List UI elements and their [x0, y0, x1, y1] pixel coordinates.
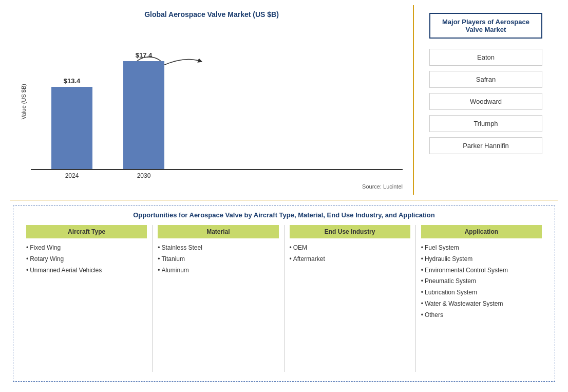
item-unmanned-aerial: •Unmanned Aerial Vehicles: [26, 266, 147, 275]
column-header-end-use: End Use Industry: [290, 225, 410, 238]
item-titanium: •Titanium: [158, 255, 278, 264]
y-axis-label: Value (US $B): [21, 84, 27, 120]
player-parker: Parker Hannifin: [429, 137, 542, 154]
top-section: Global Aerospace Valve Market (US $B) Va…: [10, 5, 558, 200]
chart-title: Global Aerospace Valve Market (US $B): [144, 10, 279, 18]
bottom-section: Opportunities for Aerospace Valve by Air…: [10, 200, 558, 387]
item-hydraulic-system: •Hydraulic System: [421, 255, 542, 264]
player-woodward: Woodward: [429, 93, 542, 110]
item-oem: •OEM: [290, 244, 410, 252]
bar-group-2030: $17.4: [123, 51, 164, 169]
chart-area: Global Aerospace Valve Market (US $B) Va…: [10, 5, 414, 195]
bar-group-2024: $13.4: [51, 77, 92, 169]
item-others: •Others: [421, 311, 542, 320]
player-eaton: Eaton: [429, 49, 542, 66]
opportunities-box: Opportunities for Aerospace Valve by Air…: [13, 206, 555, 382]
x-label-2030: 2030: [123, 172, 164, 179]
column-header-material: Material: [158, 225, 278, 238]
column-header-aircraft: Aircraft Type: [26, 225, 147, 238]
item-aftermarket: •Aftermarket: [290, 255, 410, 264]
column-end-use: End Use Industry •OEM •Aftermarket: [285, 225, 416, 372]
item-fixed-wing: •Fixed Wing: [26, 244, 147, 252]
players-title: Major Players of Aerospace Valve Market: [429, 13, 542, 39]
item-stainless-steel: •Stainless Steel: [158, 244, 278, 252]
x-label-2024: 2024: [51, 172, 92, 179]
players-panel: Major Players of Aerospace Valve Market …: [414, 5, 558, 195]
column-application: Application •Fuel System •Hydraulic Syst…: [416, 225, 547, 372]
item-aluminum: •Aluminum: [158, 266, 278, 275]
source-text: Source: Lucintel: [21, 183, 403, 190]
bar-value-2030: $17.4: [136, 51, 153, 59]
opportunities-title: Opportunities for Aerospace Valve by Air…: [21, 211, 547, 219]
player-safran: Safran: [429, 71, 542, 88]
item-water-wastewater: •Water & Wastewater System: [421, 300, 542, 308]
main-container: Global Aerospace Valve Market (US $B) Va…: [0, 0, 568, 392]
item-rotary-wing: •Rotary Wing: [26, 255, 147, 264]
player-triumph: Triumph: [429, 115, 542, 132]
column-aircraft-type: Aircraft Type •Fixed Wing •Rotary Wing •…: [21, 225, 153, 372]
column-material: Material •Stainless Steel •Titanium •Alu…: [153, 225, 284, 372]
column-header-application: Application: [421, 225, 542, 238]
chart-inner: 4.5% $13.4: [31, 46, 403, 179]
item-pneumatic-system: •Pneumatic System: [421, 277, 542, 286]
item-lubrication-system: •Lubrication System: [421, 288, 542, 297]
item-env-control: •Environmental Control System: [421, 266, 542, 275]
bar-value-2024: $13.4: [64, 77, 81, 85]
columns-container: Aircraft Type •Fixed Wing •Rotary Wing •…: [21, 225, 547, 372]
bar-2024: [51, 87, 92, 169]
bars-container: 4.5% $13.4: [31, 46, 403, 170]
bar-2030: [123, 61, 164, 169]
chart-wrapper: Value (US $B) 4.5%: [21, 24, 403, 179]
item-fuel-system: •Fuel System: [421, 244, 542, 252]
